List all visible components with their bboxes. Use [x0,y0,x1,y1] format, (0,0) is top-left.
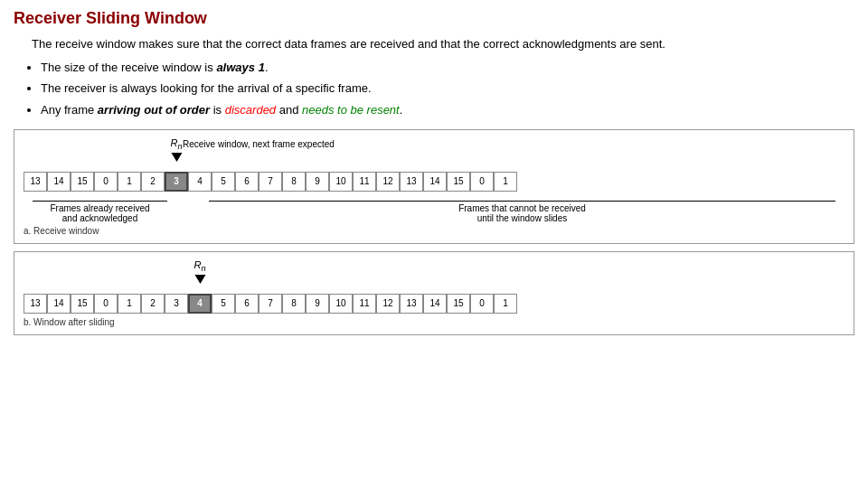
frame-0a: 0 [94,172,118,192]
frame-14a: 14 [47,172,71,192]
frame-1a2: 1 [494,172,517,192]
frame-8a: 8 [282,172,306,192]
frame-4b-highlighted: 4 [188,294,212,314]
frame-13a: 13 [24,172,47,192]
frame-13a2: 13 [400,172,423,192]
frame-14a2: 14 [423,172,447,192]
diagram-b: Rn 13 14 15 0 1 2 3 4 5 6 7 8 9 10 11 12 [14,251,854,335]
bullet-2: The receiver is always looking for the a… [41,80,854,99]
frame-15a: 15 [71,172,94,192]
diagram-a-label: a. Receive window [24,226,844,236]
frame-7b: 7 [259,294,282,314]
discarded-text: discarded [225,103,276,117]
frame-0b2: 0 [470,294,494,314]
frame-0b: 0 [94,294,118,314]
arriving-out-of-order: arriving out of order [98,103,210,117]
always-1: always 1 [216,61,265,74]
frame-6a: 6 [235,172,259,192]
rn-label-b: Rn [193,259,205,273]
frame-8b: 8 [282,294,306,314]
frame-5a: 5 [212,172,235,192]
frame-13b2: 13 [400,294,423,314]
arrow-down-a [171,153,182,162]
arrow-down-b [194,275,205,284]
frame-5b: 5 [212,294,235,314]
frame-2a: 2 [141,172,165,192]
bullet-1: The size of the receive window is always… [41,59,854,78]
page-title: Receiver Sliding Window [14,9,854,28]
frame-9b: 9 [306,294,329,314]
bullet-list: The size of the receive window is always… [41,59,854,120]
diagram-b-label: b. Window after sliding [24,317,844,327]
frame-row-a: 13 14 15 0 1 2 3 4 5 6 7 8 9 10 11 12 13 [24,172,844,192]
frame-3b: 3 [165,294,188,314]
right-annotation-a: Frames that cannot be receiveduntil the … [200,201,844,223]
frame-15a2: 15 [447,172,470,192]
bullet-3: Any frame arriving out of order is disca… [41,101,854,120]
frame-14b2: 14 [423,294,447,314]
frame-2b: 2 [141,294,165,314]
frame-11b: 11 [353,294,376,314]
frame-row-b: 13 14 15 0 1 2 3 4 5 6 7 8 9 10 11 12 13… [24,294,844,314]
needs-to-be-resent-text: needs to be resent [302,103,400,117]
frame-4a: 4 [188,172,212,192]
frame-1b: 1 [118,294,141,314]
diagram-a: Rn 13 14 15 0 1 2 3 4 5 6 7 8 9 [14,129,854,244]
frame-6b: 6 [235,294,259,314]
frame-12a: 12 [376,172,400,192]
frame-0a2: 0 [470,172,494,192]
frame-11a: 11 [353,172,376,192]
frame-13b: 13 [24,294,47,314]
frame-10a: 10 [329,172,353,192]
rn-label-a: Rn [170,137,182,151]
frame-15b: 15 [71,294,94,314]
left-annotation-a: Frames already receivedand acknowledged [24,201,176,223]
receive-window-label: Receive window, next frame expected [183,139,335,149]
frame-9a: 9 [306,172,329,192]
frame-14b: 14 [47,294,71,314]
frame-15b2: 15 [447,294,470,314]
frame-12b: 12 [376,294,400,314]
frame-3a-highlighted: 3 [165,172,188,192]
frame-1b2: 1 [494,294,517,314]
frame-1a: 1 [118,172,141,192]
frame-10b: 10 [329,294,353,314]
frame-7a: 7 [259,172,282,192]
intro-paragraph: The receive window makes sure that the c… [32,35,854,53]
